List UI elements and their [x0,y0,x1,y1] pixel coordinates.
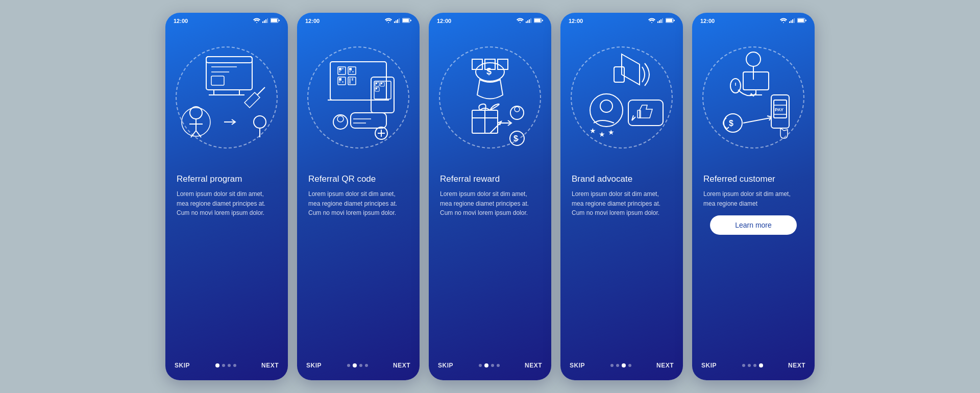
svg-rect-84 [657,21,658,23]
bottom-nav-5: SKIP NEXT [692,362,815,380]
next-btn-5[interactable]: NEXT [788,362,805,369]
screen-body-1: Lorem ipsum dolor sit dim amet, mea regi… [177,189,277,218]
signal-icon-3 [526,18,532,24]
bottom-nav-3: SKIP NEXT [429,362,551,380]
svg-rect-3 [265,19,266,23]
battery-icon-4 [666,18,675,24]
svg-rect-28 [397,19,398,23]
dot-4-2 [622,363,626,367]
dot-1-1 [222,364,225,367]
dot-3-1 [484,363,488,367]
screen-body-5: Lorem ipsum dolor sit dim amet, mea regi… [703,189,803,208]
skip-btn-2[interactable]: SKIP [306,362,322,369]
time-4: 12:00 [569,18,583,24]
status-icons-4 [648,18,675,24]
bottom-nav-1: SKIP NEXT [165,362,288,380]
svg-rect-89 [666,19,672,22]
time-2: 12:00 [305,18,320,24]
svg-rect-101 [791,20,792,23]
screen-title-3: Referral reward [440,174,540,184]
dot-3-2 [491,364,494,367]
bottom-nav-4: SKIP NEXT [560,362,683,380]
svg-rect-90 [674,20,675,21]
svg-point-25 [388,22,389,23]
dot-4-3 [628,364,631,367]
screen-referral-reward: 12:00 [429,13,551,380]
svg-rect-100 [789,21,790,23]
screens-container: 12:00 [165,13,815,380]
illustration-5: PAY $ [692,26,815,169]
skip-btn-4[interactable]: SKIP [570,362,585,369]
next-btn-3[interactable]: NEXT [525,362,542,369]
svg-rect-87 [662,18,663,23]
wifi-icon-2 [385,18,392,24]
dot-4-0 [610,364,614,367]
svg-rect-27 [396,20,397,23]
content-1: Referral program Lorem ipsum dolor sit d… [165,169,288,362]
svg-rect-2 [264,20,265,23]
screen-referral-program: 12:00 [165,13,288,380]
dot-2-2 [359,364,362,367]
dot-2-0 [347,364,350,367]
signal-icon [262,18,268,24]
screen-title-2: Referral QR code [308,174,408,184]
wifi-icon-4 [648,18,655,24]
dot-5-0 [742,364,745,367]
svg-rect-72 [534,19,541,22]
dot-2-1 [353,363,357,367]
svg-rect-26 [394,21,395,23]
svg-rect-29 [399,18,400,23]
svg-point-66 [520,22,521,23]
screen-body-4: Lorem ipsum dolor sit dim amet, mea regi… [572,189,672,218]
skip-btn-5[interactable]: SKIP [701,362,717,369]
svg-rect-103 [794,18,795,23]
skip-btn-3[interactable]: SKIP [438,362,453,369]
dot-1-3 [233,364,236,367]
next-btn-4[interactable]: NEXT [656,362,674,369]
status-bar-2: 12:00 [297,13,420,26]
battery-icon-3 [534,18,543,24]
next-btn-1[interactable]: NEXT [261,362,279,369]
status-icons-5 [780,18,806,24]
svg-rect-32 [410,20,411,21]
screen-body-2: Lorem ipsum dolor sit dim amet, mea regi… [308,189,408,218]
content-3: Referral reward Lorem ipsum dolor sit di… [429,169,551,362]
wifi-icon [253,18,260,24]
signal-icon-5 [789,18,795,24]
dot-3-0 [479,364,482,367]
illustration-2 [297,26,420,169]
dots-3 [479,363,500,367]
screen-referral-qr: 12:00 [297,13,420,380]
signal-icon-2 [394,18,400,24]
status-icons-1 [253,18,280,24]
svg-rect-69 [529,19,530,23]
next-btn-2[interactable]: NEXT [393,362,410,369]
svg-rect-4 [267,18,268,23]
time-5: 12:00 [700,18,715,24]
wifi-icon-5 [780,18,787,24]
learn-more-button[interactable]: Learn more [710,215,797,235]
status-icons-3 [517,18,543,24]
battery-icon-5 [797,18,806,24]
dot-5-1 [748,364,751,367]
svg-rect-73 [542,20,543,21]
dot-4-1 [616,364,619,367]
dot-5-3 [759,363,763,367]
svg-rect-1 [262,21,263,23]
svg-rect-86 [660,19,662,23]
svg-rect-31 [403,19,409,22]
screen-title-4: Brand advocate [572,174,672,184]
status-icons-2 [385,18,411,24]
dot-2-3 [365,364,368,367]
svg-rect-85 [659,20,660,23]
screen-brand-advocate: 12:00 [560,13,683,380]
screen-title-1: Referral program [177,174,277,184]
content-4: Brand advocate Lorem ipsum dolor sit dim… [560,169,683,362]
screen-referred-customer: 12:00 [692,13,815,380]
status-bar-5: 12:00 [692,13,815,26]
skip-btn-1[interactable]: SKIP [175,362,190,369]
illustration-3: $ [429,26,551,169]
battery-icon [271,18,280,24]
bottom-nav-2: SKIP NEXT [297,362,420,380]
svg-rect-106 [805,20,806,21]
